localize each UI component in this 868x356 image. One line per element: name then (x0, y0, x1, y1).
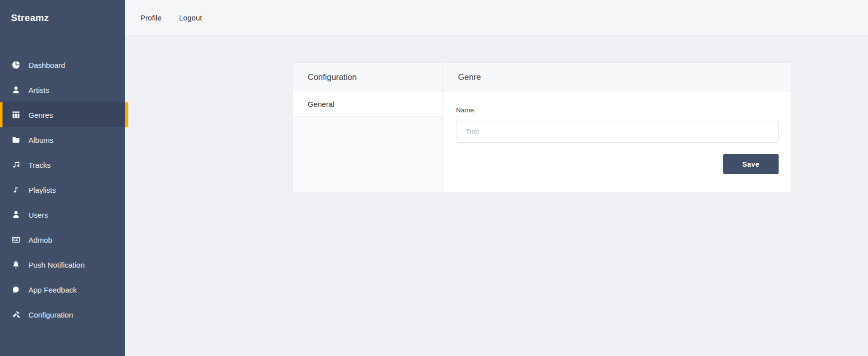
sidebar-item-genres[interactable]: Genres (0, 102, 125, 127)
user-icon (11, 210, 21, 220)
genre-form: Name Save (443, 91, 791, 174)
sidebar-item-label: Genres (28, 111, 53, 119)
admob-icon (11, 235, 21, 245)
tools-icon (11, 310, 21, 320)
sidebar: Streamz DashboardArtistsGenresAlbumsTrac… (0, 0, 125, 356)
main-area: Configuration General Genre Name Save (125, 36, 868, 356)
sidebar-item-label: Playlists (28, 186, 56, 194)
sidebar-item-albums[interactable]: Albums (0, 127, 125, 152)
sidebar-item-playlists[interactable]: Playlists (0, 177, 125, 202)
save-button[interactable]: Save (723, 154, 779, 174)
sidebar-item-push-notification[interactable]: Push Notification (0, 252, 125, 277)
sidebar-item-users[interactable]: Users (0, 202, 125, 227)
configuration-panel: Configuration General (293, 63, 443, 192)
sidebar-item-dashboard[interactable]: Dashboard (0, 52, 125, 77)
sidebar-item-label: Albums (28, 136, 53, 144)
sidebar-item-label: App Feedback (28, 286, 77, 294)
grid-icon (11, 110, 21, 120)
form-actions: Save (456, 154, 779, 174)
name-field-label: Name (456, 106, 779, 114)
configuration-item-general[interactable]: General (293, 91, 442, 117)
music-notes-icon (11, 160, 21, 170)
topbar-profile-link[interactable]: Profile (140, 13, 162, 22)
sidebar-nav: DashboardArtistsGenresAlbumsTracksPlayli… (0, 52, 125, 327)
artist-icon (11, 85, 21, 95)
sidebar-item-admob[interactable]: Admob (0, 227, 125, 252)
folder-icon (11, 135, 21, 145)
chat-bubble-icon (11, 285, 21, 295)
sidebar-item-tracks[interactable]: Tracks (0, 152, 125, 177)
sidebar-item-configuration[interactable]: Configuration (0, 302, 125, 327)
sidebar-item-artists[interactable]: Artists (0, 77, 125, 102)
sidebar-item-label: Artists (28, 86, 49, 94)
content-column: Profile Logout Configuration General Gen… (125, 0, 868, 356)
configuration-panel-filler (293, 117, 442, 192)
bell-icon (11, 260, 21, 270)
sidebar-item-label: Users (28, 211, 48, 219)
sidebar-item-label: Tracks (28, 161, 50, 169)
topbar: Profile Logout (125, 0, 868, 36)
genre-name-input[interactable] (456, 120, 779, 143)
sidebar-item-label: Dashboard (28, 61, 65, 69)
app-logo: Streamz (0, 0, 125, 36)
sidebar-item-app-feedback[interactable]: App Feedback (0, 277, 125, 302)
pie-chart-icon (11, 60, 21, 70)
configuration-panel-title: Configuration (293, 63, 442, 91)
sidebar-item-label: Push Notification (28, 261, 85, 269)
genre-panel: Genre Name Save (443, 63, 791, 192)
topbar-logout-link[interactable]: Logout (179, 13, 202, 22)
music-note-icon (11, 185, 21, 195)
sidebar-item-label: Admob (28, 236, 52, 244)
configuration-card: Configuration General Genre Name Save (292, 62, 791, 192)
genre-panel-title: Genre (443, 63, 791, 91)
sidebar-item-label: Configuration (28, 311, 73, 319)
